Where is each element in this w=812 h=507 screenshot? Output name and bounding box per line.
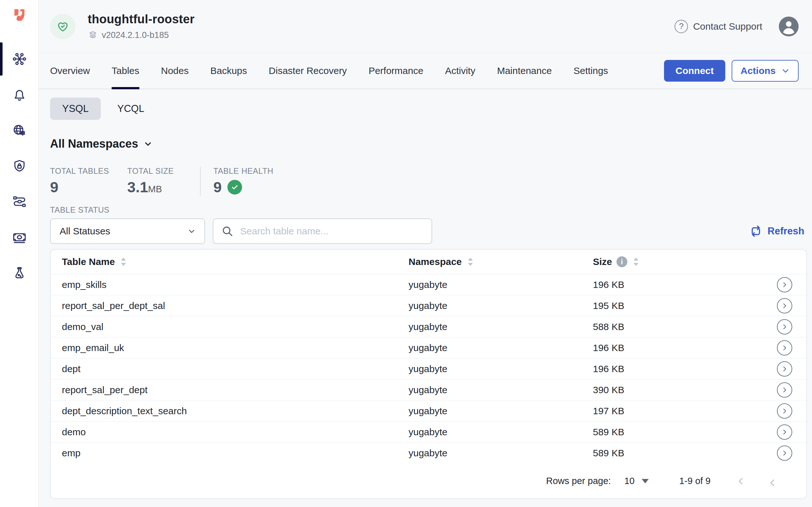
cell-table-name: report_sal_per_dept: [62, 385, 409, 395]
stat-unit: MB: [148, 184, 162, 194]
filter-row: All Statuses Refresh: [50, 218, 807, 244]
table-row[interactable]: demo yugabyte 589 KB: [51, 421, 806, 442]
chevron-right-icon: [781, 365, 788, 373]
rows-per-page-select[interactable]: 10: [624, 476, 648, 486]
stat-total-size: TOTAL SIZE 3.1MB: [127, 166, 200, 194]
refresh-icon: [749, 224, 763, 238]
next-page-button[interactable]: [763, 474, 778, 489]
tab-overview[interactable]: Overview: [50, 53, 90, 89]
column-header-namespace[interactable]: Namespace: [409, 257, 593, 267]
cell-size: 390 KB: [593, 385, 768, 395]
version-label: v2024.2.1.0-b185: [102, 30, 169, 40]
column-header-size[interactable]: Size i: [593, 257, 768, 267]
shield-lock-icon: [12, 159, 27, 174]
sidebar-item-clusters[interactable]: [0, 41, 39, 77]
main-area: thoughtful-rooster v2024.2.1.0-b185 ? Co…: [39, 0, 812, 507]
cell-table-name: demo_val: [62, 322, 409, 332]
stat-label: TABLE HEALTH: [213, 166, 273, 176]
user-icon: [779, 16, 799, 36]
pagination-buttons: [734, 474, 778, 489]
actions-button-label: Actions: [741, 65, 776, 76]
sort-icon[interactable]: [120, 257, 127, 267]
tab-backups[interactable]: Backups: [210, 53, 247, 89]
user-avatar[interactable]: [779, 16, 799, 36]
tab-settings[interactable]: Settings: [574, 53, 608, 89]
prev-page-button[interactable]: [734, 474, 748, 489]
cell-namespace: yugabyte: [409, 322, 593, 332]
cell-table-name: emp_email_uk: [62, 342, 409, 353]
sidebar-item-labs[interactable]: [0, 256, 39, 291]
cell-size: 589 KB: [593, 448, 768, 458]
sidebar: [0, 0, 39, 507]
sidebar-item-alerts[interactable]: [0, 77, 39, 113]
cell-table-name: emp_skills: [62, 279, 409, 290]
globe-gear-icon: [12, 123, 27, 138]
table-row[interactable]: emp yugabyte 589 KB: [51, 442, 806, 463]
table-row[interactable]: dept yugabyte 196 KB: [51, 358, 806, 379]
page-title: thoughtful-rooster: [88, 12, 195, 26]
column-header-table-name[interactable]: Table Name: [62, 257, 409, 267]
tab-ycql[interactable]: YCQL: [105, 98, 156, 120]
actions-button[interactable]: Actions: [732, 60, 799, 81]
chevron-left-icon: [736, 476, 746, 486]
tab-ysql[interactable]: YSQL: [50, 98, 101, 120]
row-detail-button[interactable]: [777, 361, 792, 377]
cell-namespace: yugabyte: [409, 342, 593, 353]
tab-disaster-recovery[interactable]: Disaster Recovery: [269, 53, 347, 89]
stat-value: 3.1MB: [127, 179, 200, 194]
sidebar-item-billing[interactable]: [0, 220, 39, 256]
row-detail-button[interactable]: [777, 298, 792, 314]
row-detail-button[interactable]: [777, 340, 792, 355]
cell-size: 588 KB: [593, 322, 768, 332]
cluster-title-block: thoughtful-rooster v2024.2.1.0-b185: [88, 12, 195, 40]
row-detail-button[interactable]: [777, 382, 792, 398]
table-row[interactable]: report_sal_per_dept_sal yugabyte 195 KB: [51, 295, 806, 316]
sidebar-item-security[interactable]: [0, 148, 39, 184]
sort-icon[interactable]: [467, 257, 474, 267]
table-body: emp_skills yugabyte 196 KB report_sal_pe…: [51, 274, 806, 463]
stat-label: TOTAL TABLES: [50, 166, 127, 176]
chevron-down-icon: [187, 227, 196, 236]
tab-maintenance[interactable]: Maintenance: [497, 53, 552, 89]
namespace-filter[interactable]: All Namespaces: [50, 137, 807, 151]
row-detail-button[interactable]: [777, 319, 792, 335]
row-detail-button[interactable]: [777, 277, 792, 292]
cell-size: 197 KB: [593, 406, 768, 416]
table-row[interactable]: emp_skills yugabyte 196 KB: [51, 274, 806, 295]
chevron-down-icon: [143, 139, 153, 149]
cell-namespace: yugabyte: [409, 406, 593, 416]
content: YSQL YCQL All Namespaces TOTAL TABLES 9 …: [39, 89, 812, 499]
tab-tables[interactable]: Tables: [112, 53, 140, 89]
heart-check-icon: [56, 19, 70, 34]
chevron-right-icon: [781, 407, 788, 414]
table-row[interactable]: dept_description_text_search yugabyte 19…: [51, 400, 806, 421]
table-row[interactable]: emp_email_uk yugabyte 196 KB: [51, 337, 806, 358]
tab-bar: Overview Tables Nodes Backups Disaster R…: [39, 53, 812, 89]
contact-support-link[interactable]: ? Contact Support: [674, 20, 762, 33]
row-detail-button[interactable]: [777, 403, 792, 419]
refresh-button[interactable]: Refresh: [749, 224, 804, 238]
yugabyte-logo-icon: [10, 6, 29, 24]
table-row[interactable]: demo_val yugabyte 588 KB: [51, 316, 806, 337]
sidebar-item-network[interactable]: [0, 113, 39, 148]
sidebar-item-integrations[interactable]: [0, 184, 39, 220]
status-select[interactable]: All Statuses: [50, 218, 205, 244]
tab-activity[interactable]: Activity: [445, 53, 475, 89]
table-row[interactable]: report_sal_per_dept yugabyte 390 KB: [51, 379, 806, 400]
row-detail-button[interactable]: [777, 445, 792, 461]
search-input[interactable]: [240, 226, 424, 237]
chevron-right-icon: [766, 476, 776, 486]
cell-table-name: dept_description_text_search: [62, 406, 409, 416]
tab-performance[interactable]: Performance: [369, 53, 424, 89]
tab-nodes[interactable]: Nodes: [161, 53, 189, 89]
cell-table-name: emp: [62, 448, 409, 458]
connect-button[interactable]: Connect: [664, 60, 725, 81]
health-check-icon: [227, 180, 242, 194]
layers-icon: [88, 30, 98, 40]
info-icon[interactable]: i: [616, 257, 627, 267]
sort-icon[interactable]: [633, 257, 640, 267]
table-header: Table Name Namespace Size i: [51, 250, 806, 274]
tabs: Overview Tables Nodes Backups Disaster R…: [50, 53, 608, 89]
row-detail-button[interactable]: [777, 425, 792, 440]
yugabyte-logo[interactable]: [0, 0, 39, 24]
